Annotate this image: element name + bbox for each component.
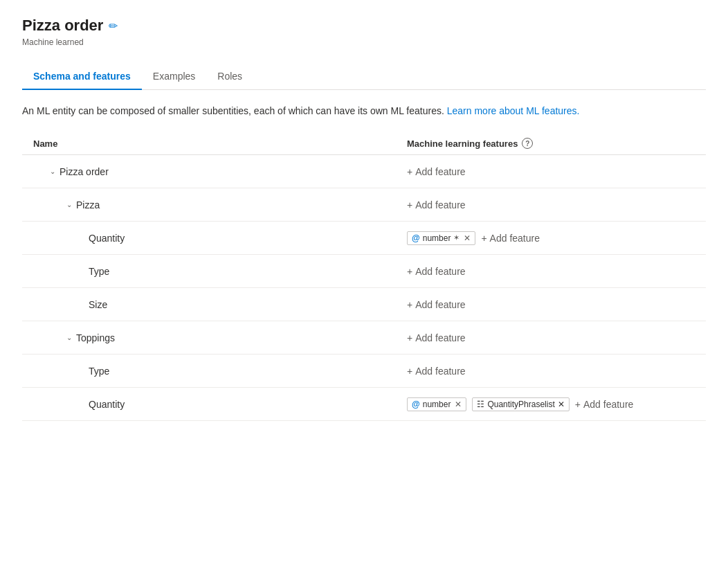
- edit-icon[interactable]: ✏: [109, 19, 118, 33]
- chevron-icon[interactable]: ⌄: [66, 334, 72, 341]
- row-name-toppings: ⌄ Toppings: [33, 332, 407, 343]
- add-feature-button[interactable]: + Add feature: [407, 299, 466, 310]
- table-row: Type + Add feature: [22, 355, 706, 388]
- add-feature-button[interactable]: + Add feature: [407, 332, 466, 343]
- col-features-header: Machine learning features ?: [407, 138, 695, 149]
- star-icon: ✶: [453, 233, 459, 242]
- table-row: Size + Add feature: [22, 288, 706, 321]
- feature-tag-number2: @ number ✕: [407, 397, 466, 411]
- tabs-container: Schema and features Examples Roles: [22, 64, 706, 90]
- table-row: Quantity @ number ✶ ✕ + Add feature: [22, 222, 706, 255]
- row-name-type-2: Type: [33, 366, 407, 377]
- remove-feature-button[interactable]: ✕: [558, 400, 565, 409]
- row-name-pizza-order: ⌄ Pizza order: [33, 166, 407, 177]
- feature-tag-phraselist: ☷ QuantityPhraselist ✕: [472, 397, 569, 411]
- at-icon: @: [412, 233, 420, 243]
- remove-feature-button[interactable]: ✕: [464, 233, 471, 243]
- description-text: An ML entity can be composed of smaller …: [22, 104, 706, 118]
- add-feature-button[interactable]: + Add feature: [575, 399, 634, 410]
- page-title-row: Pizza order ✏: [22, 17, 706, 35]
- table-row: ⌄ Pizza order + Add feature: [22, 155, 706, 188]
- page-title: Pizza order: [22, 17, 103, 35]
- row-name-pizza: ⌄ Pizza: [33, 199, 407, 210]
- row-features-toppings: + Add feature: [407, 332, 695, 343]
- row-name-quantity-2: Quantity: [33, 399, 407, 410]
- tab-schema[interactable]: Schema and features: [22, 64, 142, 90]
- at-icon: @: [412, 400, 420, 409]
- chevron-icon[interactable]: ⌄: [66, 201, 72, 208]
- chevron-icon[interactable]: ⌄: [50, 168, 55, 175]
- tab-examples[interactable]: Examples: [142, 64, 206, 90]
- table-row: ⌄ Toppings + Add feature: [22, 321, 706, 355]
- row-features-quantity-2: @ number ✕ ☷ QuantityPhraselist ✕ + Add …: [407, 397, 695, 411]
- table-header: Name Machine learning features ?: [22, 132, 706, 155]
- remove-feature-button[interactable]: ✕: [455, 400, 462, 409]
- help-icon[interactable]: ?: [522, 138, 533, 149]
- add-feature-button[interactable]: + Add feature: [407, 166, 466, 177]
- tab-roles[interactable]: Roles: [206, 64, 253, 90]
- add-feature-button[interactable]: + Add feature: [407, 366, 466, 377]
- feature-tag-label: number: [423, 400, 451, 409]
- list-icon: ☷: [477, 400, 484, 409]
- row-features-type-2: + Add feature: [407, 366, 695, 377]
- feature-tag-label: QuantityPhraselist: [487, 400, 554, 409]
- row-features-pizza: + Add feature: [407, 199, 695, 210]
- row-name-type-1: Type: [33, 266, 407, 277]
- learn-more-link[interactable]: Learn more about ML features.: [447, 105, 580, 116]
- row-features-quantity-1: @ number ✶ ✕ + Add feature: [407, 231, 695, 245]
- page-subtitle: Machine learned: [22, 37, 706, 47]
- add-feature-button[interactable]: + Add feature: [407, 199, 466, 210]
- table-row: ⌄ Pizza + Add feature: [22, 188, 706, 222]
- feature-tag-number: @ number ✶ ✕: [407, 231, 475, 245]
- col-name-header: Name: [33, 138, 407, 149]
- row-features-size: + Add feature: [407, 299, 695, 310]
- row-name-size: Size: [33, 299, 407, 310]
- row-features-type-1: + Add feature: [407, 266, 695, 277]
- add-feature-button[interactable]: + Add feature: [407, 266, 466, 277]
- table-row: Quantity @ number ✕ ☷ QuantityPhraselist…: [22, 388, 706, 421]
- row-name-quantity-1: Quantity: [33, 233, 407, 244]
- feature-tag-label: number: [423, 233, 451, 243]
- table-row: Type + Add feature: [22, 255, 706, 288]
- page-container: Pizza order ✏ Machine learned Schema and…: [0, 0, 728, 438]
- add-feature-button[interactable]: + Add feature: [481, 233, 540, 244]
- row-features-pizza-order: + Add feature: [407, 166, 695, 177]
